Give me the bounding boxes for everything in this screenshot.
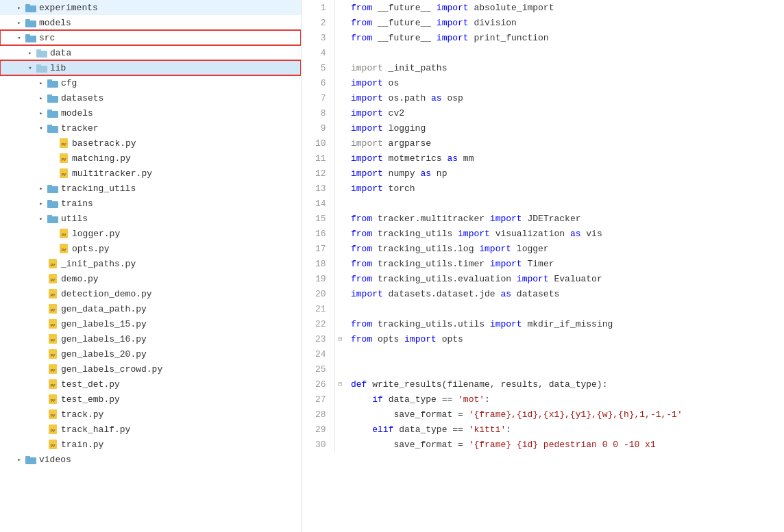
svg-rect-25 (47, 185, 52, 188)
file-icon-multitracker: py (58, 168, 70, 178)
line-fold-28 (334, 407, 345, 422)
tree-item-gen-labels-16[interactable]: py gen_labels_16.py (0, 331, 301, 346)
file-icon-demo: py (47, 274, 59, 283)
line-fold-9 (334, 121, 345, 136)
arrow-leaf-logger (47, 228, 58, 239)
code-line-14: 14 (302, 196, 784, 211)
svg-text:py: py (50, 292, 56, 297)
svg-rect-17 (47, 125, 52, 127)
svg-rect-9 (36, 64, 41, 67)
line-code-10: import argparse (345, 136, 784, 151)
label-detection-demo: detection_demo.py (61, 289, 152, 299)
line-code-14 (345, 196, 784, 211)
folder-icon-models-lib (47, 108, 59, 118)
tree-item-models-lib[interactable]: models (0, 105, 301, 121)
svg-rect-15 (47, 110, 52, 112)
line-fold-23[interactable]: ⊟ (334, 331, 345, 346)
label-gen-labels-20: gen_labels_20.py (61, 349, 147, 359)
svg-text:py: py (50, 383, 56, 388)
line-fold-16 (334, 226, 345, 241)
code-line-21: 21 (302, 301, 784, 316)
tree-item-experiments[interactable]: experiments (0, 0, 301, 15)
arrow-models-root (14, 17, 25, 28)
file-icon-gen-data-path: py (47, 304, 59, 314)
label-models-root: models (39, 18, 71, 28)
line-code-5: import _init_paths (345, 60, 784, 75)
tree-item-demo[interactable]: py demo.py (0, 271, 301, 286)
line-number-19: 19 (302, 271, 334, 286)
label-train: train.py (61, 440, 103, 450)
tree-item-basetrack[interactable]: py basetrack.py (0, 136, 301, 151)
folder-icon-tracking-utils (47, 183, 59, 193)
line-number-9: 9 (302, 121, 334, 136)
arrow-experiments (14, 2, 25, 13)
svg-rect-13 (47, 94, 52, 97)
tree-item-tracking-utils[interactable]: tracking_utils (0, 181, 301, 196)
tree-item-detection-demo[interactable]: py detection_demo.py (0, 286, 301, 301)
tree-item-datasets[interactable]: datasets (0, 90, 301, 105)
label-models-lib: models (61, 108, 93, 118)
arrow-leaf-test-det (36, 379, 47, 390)
code-line-27: 27 if data_type == 'mot': (302, 392, 784, 407)
line-fold-26[interactable]: ⊟ (334, 377, 345, 392)
file-icon-basetrack: py (58, 138, 70, 148)
tree-item-init-paths[interactable]: py _init_paths.py (0, 256, 301, 271)
label-videos: videos (39, 455, 71, 465)
line-code-17: from tracking_utils.log import logger (345, 241, 784, 256)
label-multitracker: multitracker.py (72, 168, 152, 179)
line-code-12: import numpy as np (345, 166, 784, 181)
tree-item-test-emb[interactable]: py test_emb.py (0, 392, 301, 407)
tree-item-tracker[interactable]: tracker (0, 121, 301, 136)
svg-text:py: py (50, 443, 56, 448)
line-code-13: import torch (345, 181, 784, 196)
tree-item-utils[interactable]: utils (0, 211, 301, 226)
tree-item-gen-labels-15[interactable]: py gen_labels_15.py (0, 316, 301, 331)
code-line-20: 20import datasets.dataset.jde as dataset… (302, 286, 784, 301)
tree-item-models-root[interactable]: models (0, 15, 301, 30)
line-fold-20 (334, 286, 345, 301)
line-number-2: 2 (302, 15, 334, 30)
tree-item-lib[interactable]: lib (0, 60, 301, 75)
line-fold-27 (334, 392, 345, 407)
label-gen-data-path: gen_data_path.py (61, 304, 147, 314)
arrow-leaf-gen-data-path (36, 303, 47, 314)
tree-item-multitracker[interactable]: py multitracker.py (0, 166, 301, 181)
tree-item-track[interactable]: py track.py (0, 407, 301, 422)
line-number-6: 6 (302, 75, 334, 90)
code-editor[interactable]: 1from __future__ import absolute_import2… (302, 0, 784, 532)
tree-item-videos[interactable]: videos (0, 452, 301, 467)
tree-item-src[interactable]: src (0, 30, 301, 45)
code-line-8: 8import cv2 (302, 105, 784, 121)
arrow-leaf-opts (47, 243, 58, 254)
folder-icon-experiments (25, 3, 37, 12)
tree-item-trains[interactable]: trains (0, 196, 301, 211)
line-fold-7 (334, 90, 345, 105)
svg-rect-11 (47, 79, 52, 82)
arrow-videos (14, 454, 25, 465)
svg-rect-1 (25, 4, 30, 7)
tree-item-logger[interactable]: py logger.py (0, 226, 301, 241)
line-fold-2 (334, 15, 345, 30)
line-code-28: save_format = '{frame},{id},{x1},{y1},{w… (345, 407, 784, 422)
svg-text:py: py (50, 368, 56, 372)
line-number-27: 27 (302, 392, 334, 407)
tree-item-data[interactable]: data (0, 45, 301, 60)
arrow-leaf-track (36, 409, 47, 420)
tree-item-gen-labels-crowd[interactable]: py gen_labels_crowd.py (0, 362, 301, 377)
line-number-7: 7 (302, 90, 334, 105)
tree-item-train[interactable]: py train.py (0, 437, 301, 452)
file-tree[interactable]: experiments models src data lib (0, 0, 302, 532)
tree-item-gen-data-path[interactable]: py gen_data_path.py (0, 301, 301, 316)
tree-item-gen-labels-20[interactable]: py gen_labels_20.py (0, 346, 301, 362)
tree-item-matching[interactable]: py matching.py (0, 151, 301, 166)
tree-item-cfg[interactable]: cfg (0, 75, 301, 90)
line-number-15: 15 (302, 211, 334, 226)
tree-item-track-half[interactable]: py track_half.py (0, 422, 301, 437)
code-table: 1from __future__ import absolute_import2… (302, 0, 784, 452)
arrow-leaf-gen-labels-crowd (36, 364, 47, 375)
tree-item-opts[interactable]: py opts.py (0, 241, 301, 256)
code-line-29: 29 elif data_type == 'kitti': (302, 422, 784, 437)
line-code-4 (345, 45, 784, 60)
label-trains: trains (61, 199, 93, 209)
tree-item-test-det[interactable]: py test_det.py (0, 377, 301, 392)
